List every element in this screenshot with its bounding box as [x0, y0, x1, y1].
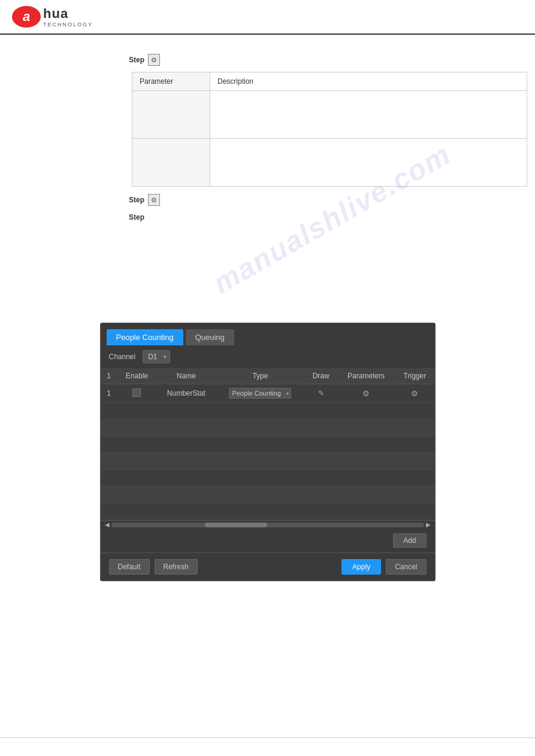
logo-hua: hua	[43, 6, 68, 21]
table-row	[132, 139, 527, 187]
note-line-8	[132, 295, 499, 303]
col-header-name: Name	[156, 368, 216, 384]
channel-label: Channel	[109, 353, 136, 361]
channel-select-wrapper[interactable]: D1	[143, 350, 170, 363]
col-header-num: 1	[101, 368, 117, 384]
scroll-left-arrow[interactable]: ◀	[103, 521, 111, 528]
bottom-left-buttons: Default Refresh	[109, 559, 198, 575]
add-button[interactable]: Add	[393, 533, 426, 548]
main-content: manualshlive.com Step ⚙ Parameter Descri…	[0, 35, 535, 605]
table-row	[101, 453, 435, 470]
table-row	[101, 436, 435, 453]
note-line-5	[132, 265, 499, 273]
note-line-3	[132, 244, 499, 253]
col-header-parameters: Parameters	[337, 368, 395, 384]
col-header-draw: Draw	[305, 368, 337, 384]
dialog-tabs: People Counting Queuing	[101, 323, 435, 345]
cancel-button[interactable]: Cancel	[386, 559, 426, 575]
step2-row: Step ⚙	[129, 194, 499, 206]
data-table: 1 Enable Name Type Draw Parameters Trigg…	[101, 368, 435, 520]
scrollbar-track[interactable]	[111, 523, 424, 527]
parameters-gear-icon[interactable]: ⚙	[362, 389, 370, 398]
table-row	[101, 487, 435, 503]
note-line-6	[132, 275, 499, 283]
channel-row: Channel D1	[101, 345, 435, 368]
step2-gear-icon: ⚙	[148, 194, 160, 206]
table-row: 1 NumberStat People Counting ✎	[101, 384, 435, 403]
header: hua TECHNOLOGY	[0, 0, 535, 35]
default-button[interactable]: Default	[109, 559, 150, 575]
table1-cell-left-1	[132, 91, 210, 139]
type-select-wrapper[interactable]: People Counting	[229, 388, 291, 399]
channel-select[interactable]: D1	[143, 350, 170, 363]
scrollbar-thumb	[205, 523, 267, 527]
row1-draw[interactable]: ✎	[305, 384, 337, 403]
doc-table-1: Parameter Description	[132, 72, 527, 187]
step1-row: Step ⚙	[129, 54, 499, 66]
table-header-row: 1 Enable Name Type Draw Parameters Trigg…	[101, 368, 435, 384]
col-header-trigger: Trigger	[395, 368, 434, 384]
step1-label: Step	[129, 56, 144, 64]
table-row	[101, 503, 435, 520]
row1-type[interactable]: People Counting	[216, 384, 304, 403]
table1-header-col1: Parameter	[132, 72, 210, 91]
row1-trigger[interactable]: ⚙	[395, 384, 434, 403]
table-row	[101, 420, 435, 436]
step3-label: Step	[129, 213, 144, 221]
row1-parameters[interactable]: ⚙	[337, 384, 395, 403]
table-row	[101, 403, 435, 420]
refresh-button[interactable]: Refresh	[155, 559, 198, 575]
table1-header-col2: Description	[210, 72, 527, 91]
table1-cell-right-1	[210, 91, 527, 139]
row1-name: NumberStat	[156, 384, 216, 403]
dialog-bottom: Default Refresh Apply Cancel	[101, 552, 435, 581]
enable-checkbox[interactable]	[132, 388, 141, 397]
note-line-7	[132, 285, 499, 293]
bottom-right-buttons: Apply Cancel	[341, 559, 426, 575]
table1-cell-left-2	[132, 139, 210, 187]
pencil-icon[interactable]: ✎	[318, 389, 324, 397]
tab-people-counting[interactable]: People Counting	[107, 329, 183, 345]
step3-row: Step	[129, 213, 499, 221]
footer-line	[0, 737, 535, 738]
dialog-panel: People Counting Queuing Channel D1 1 Ena…	[100, 323, 436, 581]
row1-enable[interactable]	[117, 384, 157, 403]
step2-label: Step	[129, 196, 144, 204]
col-header-type: Type	[216, 368, 304, 384]
step1-gear-icon: ⚙	[148, 54, 160, 66]
logo-text-block: hua TECHNOLOGY	[43, 6, 93, 28]
note-line-1	[132, 224, 499, 232]
table-row	[101, 470, 435, 487]
note-line-4	[132, 254, 499, 263]
add-btn-area: Add	[101, 529, 435, 552]
table-row	[132, 91, 527, 139]
scrollbar-area: ◀ ▶	[101, 520, 435, 529]
logo-icon	[12, 6, 41, 28]
logo: hua TECHNOLOGY	[12, 6, 93, 28]
col-header-enable: Enable	[117, 368, 157, 384]
tab-queuing[interactable]: Queuing	[186, 329, 234, 345]
type-select[interactable]: People Counting	[229, 388, 291, 399]
note-line-2	[132, 234, 499, 242]
scroll-right-arrow[interactable]: ▶	[424, 521, 433, 528]
trigger-gear-icon[interactable]: ⚙	[411, 389, 418, 398]
row1-num: 1	[101, 384, 117, 403]
logo-technology: TECHNOLOGY	[43, 22, 93, 28]
table1-cell-right-2	[210, 139, 527, 187]
apply-button[interactable]: Apply	[341, 559, 381, 575]
